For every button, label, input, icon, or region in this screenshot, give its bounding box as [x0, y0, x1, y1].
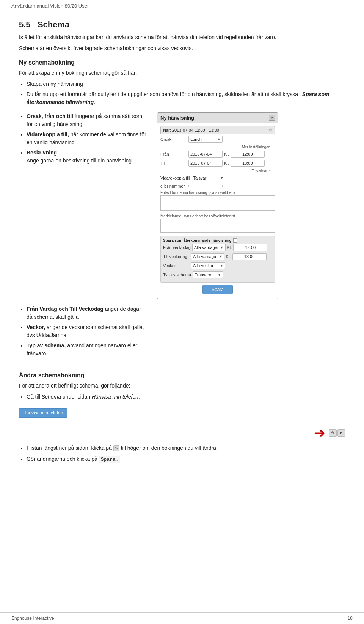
- section-heading: 5.5 Schema: [19, 20, 345, 30]
- till-veckodag-select[interactable]: Alla vardagar ▼: [191, 253, 224, 260]
- italic-phrase: Spara som återkommande hänvisning: [27, 91, 329, 105]
- andra-step2: I listan längst ner på sidan, klicka på …: [27, 444, 345, 452]
- two-col-layout: Orsak, från och till fungerar på samma s…: [19, 112, 345, 299]
- dialog-close-button[interactable]: ✕: [269, 115, 275, 121]
- fran-time-field[interactable]: 12:00: [231, 151, 265, 158]
- mer-installningar-checkbox[interactable]: [271, 145, 275, 149]
- fran-date-field[interactable]: 2013-07-04: [188, 151, 223, 158]
- orsak-select[interactable]: Lunch ▼: [188, 136, 223, 143]
- refresh-icon[interactable]: ↺: [268, 128, 272, 133]
- till-date-field[interactable]: 2013-07-04: [188, 160, 223, 167]
- bullet-fran-vardag: Från Vardag och Till Veckodag anger de d…: [27, 305, 148, 321]
- page-footer: Enghouse Interactive 18: [0, 612, 364, 624]
- till-veckodag-kl: Kl.: [226, 254, 231, 259]
- fran-veckodag-arrow-icon: ▼: [220, 246, 224, 249]
- bold-italic-phrase: Spara som återkommande hänvisning: [27, 91, 329, 105]
- typ-label: Typ av schema: [163, 273, 191, 277]
- till-date-value: 2013-07-04: [190, 161, 212, 165]
- till-time-field[interactable]: 13:00: [231, 160, 265, 167]
- hanvisa-bar-container: Hänvisa min telefon: [19, 405, 345, 421]
- veckor-row: Veckor Alla veckor ▼: [163, 262, 272, 269]
- till-veckodag-time[interactable]: 13:00: [232, 253, 267, 260]
- edit-icon-2[interactable]: ✕: [337, 429, 345, 437]
- left-column: Orsak, från och till fungerar på samma s…: [19, 112, 148, 299]
- eller-nummer-input[interactable]: [188, 185, 223, 187]
- orsak-arrow-icon: ▼: [217, 137, 221, 141]
- veckor-title: Veckor,: [27, 324, 45, 330]
- second-right-col: [157, 305, 345, 361]
- dialog-body: När: 2013-07-04 12:00 - 13:00 ↺ Orsak Lu…: [157, 123, 278, 299]
- fran-row: Från 2013-07-04 Kl. 12:00: [160, 151, 275, 158]
- beskrivning-title: Beskrivning: [27, 150, 57, 156]
- second-two-col: Från Vardag och Till Veckodag anger de d…: [19, 305, 345, 361]
- spara-som-checkbox[interactable]: [233, 238, 237, 243]
- edit-icons-group: ✎ ✕: [329, 429, 345, 437]
- fran-veckodag-time-val: 12:00: [245, 245, 256, 250]
- vidarekoppla-row: Vidarekoppla till Talsvar ▼: [160, 175, 275, 181]
- fran-vardag-title: Från Vardag och Till Veckodag: [27, 306, 104, 312]
- fritext-label: Fritext för denna hänvisning (syns i web…: [160, 191, 275, 195]
- vidarekoppla-arrow-icon: ▼: [220, 176, 224, 180]
- fran-label: Från: [160, 152, 187, 156]
- vidarekoppla-value: Talsvar: [193, 176, 206, 180]
- veckor-value: Alla veckor: [193, 263, 213, 268]
- vidarekoppla-label: Vidarekoppla till: [160, 176, 190, 180]
- typ-value: Frånvaro: [195, 273, 211, 277]
- orsak-label: Orsak: [160, 137, 187, 142]
- fran-veckodag-time[interactable]: 12:00: [233, 244, 267, 251]
- andra-bullet-1: Gå till Schema under sidan Hänvisa min t…: [27, 393, 345, 401]
- till-vidare-row: Tills vidare: [160, 169, 275, 173]
- date-range-bar: När: 2013-07-04 12:00 - 13:00 ↺: [160, 126, 275, 134]
- ny-hanvisning-dialog: Ny hänvisning ✕ När: 2013-07-04 12:00 - …: [157, 112, 278, 299]
- footer-company: Enghouse Interactive: [11, 616, 54, 621]
- spara-section: Spara som återkommande hänvisning Från v…: [160, 236, 275, 283]
- fritext-textarea[interactable]: [160, 195, 275, 211]
- vidarekoppla-select[interactable]: Talsvar ▼: [191, 175, 225, 181]
- typ-row: Typ av schema Frånvaro ▼: [163, 271, 272, 278]
- schema-italic: Schema: [42, 394, 61, 400]
- till-veckodag-row: Till veckodag Alla vardagar ▼ Kl. 13:00: [163, 253, 272, 260]
- mer-installningar-row: Mer inställningar: [160, 145, 275, 149]
- till-kl-label: Kl.: [224, 161, 229, 165]
- till-vidare-checkbox[interactable]: [271, 169, 275, 173]
- fran-veckodag-select[interactable]: Alla vardagar ▼: [192, 244, 226, 251]
- orsak-value: Lunch: [190, 137, 202, 142]
- orsak-title: Orsak, från och till: [27, 113, 73, 119]
- till-vidare-text: Tills vidare: [252, 169, 270, 173]
- ny-schemabokning-heading: Ny schemabokning: [19, 59, 345, 66]
- veckor-label: Veckor: [163, 263, 190, 268]
- meddelande-textarea[interactable]: [160, 219, 275, 233]
- andra-section: Ändra schemabokning För att ändra ett be…: [19, 372, 345, 463]
- till-row: Till 2013-07-04 Kl. 13:00: [160, 160, 275, 167]
- header-title: Användarmanual Vision 80/20 User: [11, 3, 89, 9]
- right-bullet-orsak: Orsak, från och till fungerar på samma s…: [27, 112, 148, 128]
- veckor-select[interactable]: Alla veckor ▼: [191, 262, 225, 269]
- right-bullets-list: Orsak, från och till fungerar på samma s…: [27, 112, 148, 165]
- footer-page: 18: [348, 616, 353, 621]
- orsak-row: Orsak Lunch ▼: [160, 136, 275, 143]
- spara-code: Spara.: [99, 456, 121, 463]
- andra-intro: För att ändra ett befintligt schema, gör…: [19, 382, 345, 390]
- arrow-graphic: ➜ ✎ ✕: [19, 425, 345, 441]
- typ-select[interactable]: Frånvaro ▼: [193, 271, 223, 278]
- spara-som-label: Spara som återkommande hänvisning: [163, 238, 232, 243]
- typ-arrow-icon: ▼: [218, 273, 221, 277]
- ny-intro: För att skapa en ny bokning i schemat, g…: [19, 69, 345, 77]
- ny-bullet-2: Du får nu upp ett formulär där du fyller…: [27, 90, 345, 106]
- spara-section-title: Spara som återkommande hänvisning: [163, 238, 272, 243]
- edit-icon-1[interactable]: ✎: [329, 429, 337, 437]
- andra-step3-list: Gör ändringarna och klicka på Spara.: [27, 455, 345, 463]
- andra-heading: Ändra schemabokning: [19, 372, 345, 379]
- fran-veckodag-value: Alla vardagar: [194, 245, 219, 250]
- spara-button[interactable]: Spara: [202, 285, 233, 294]
- till-veckodag-time-val: 13:00: [244, 254, 255, 259]
- page-header: Användarmanual Vision 80/20 User: [0, 0, 364, 12]
- bullet-veckor: Veckor, anger de veckor som schemat skal…: [27, 323, 148, 339]
- till-veckodag-arrow-icon: ▼: [219, 255, 223, 258]
- meddelande-label: Meddelande, syns enbart hos växeltelefon…: [160, 214, 275, 218]
- hanvisa-bar[interactable]: Hänvisa min telefon: [19, 408, 67, 418]
- andra-step2-list: I listan längst ner på sidan, klicka på …: [27, 444, 345, 452]
- andra-bullets: Gå till Schema under sidan Hänvisa min t…: [27, 393, 345, 401]
- eller-nummer-row: eller nummer: [160, 184, 275, 188]
- ny-bullet-1: Skapa en ny hänvisning: [27, 80, 345, 88]
